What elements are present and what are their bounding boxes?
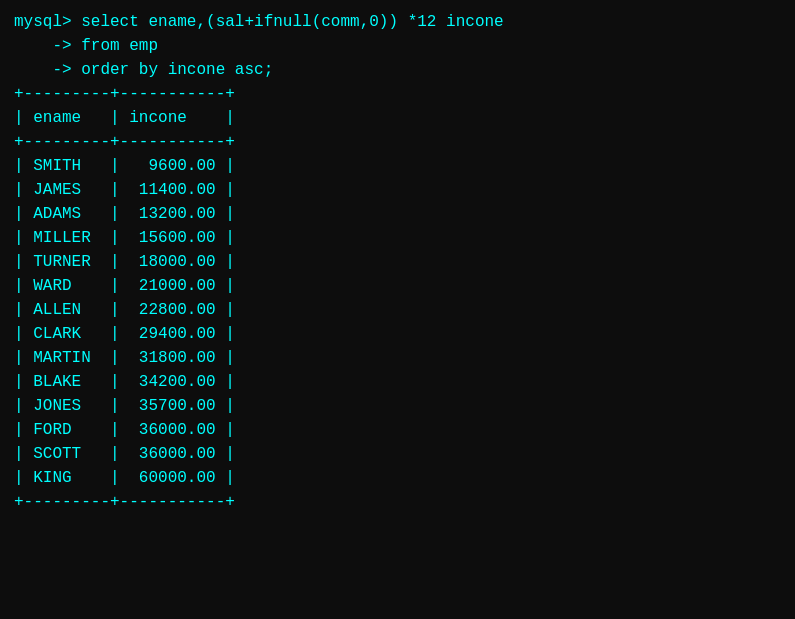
terminal-content: mysql> select ename,(sal+ifnull(comm,0))… <box>14 10 781 514</box>
terminal-window: mysql> select ename,(sal+ifnull(comm,0))… <box>0 0 795 619</box>
